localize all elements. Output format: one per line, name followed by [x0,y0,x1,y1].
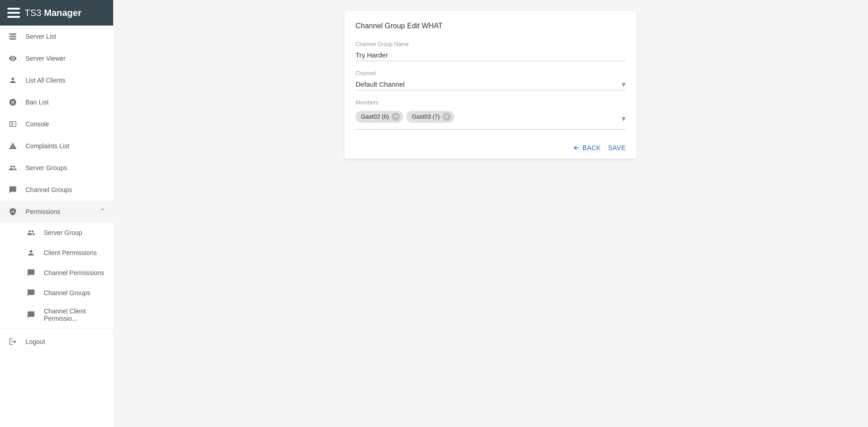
sidebar-item-label: List All Clients [26,77,106,84]
sidebar-item-label: Logout [26,338,106,345]
card-title: Channel Group Edit WHAT [356,22,626,30]
sidebar: TS3 Manager Server List Server Viewer Li… [0,0,113,427]
channel-group-name-field: Channel Group Name [356,41,626,61]
person-icon [26,247,37,258]
channel-label: Channel [356,70,626,77]
app-logo-icon [7,8,20,18]
chevron-down-icon: ▾ [622,114,626,124]
back-button[interactable]: BACK [573,144,601,151]
sidebar-item-ban-list[interactable]: Ban List [0,91,113,113]
channel-select-wrapper: Default Channel ▾ [356,78,626,90]
main-content: Channel Group Edit WHAT Channel Group Na… [113,0,868,427]
sidebar-item-label: Complaints List [26,142,106,150]
sidebar-header: TS3 Manager [0,0,113,26]
members-area[interactable]: Gast02 (6) ✕ Gast03 (7) ✕ ▾ [356,108,626,130]
person-icon [7,75,18,86]
card-actions: BACK SAVE [356,141,626,151]
console-icon [7,119,18,130]
channel-select[interactable]: Default Channel [356,78,626,90]
sidebar-subitem-label: Server Group [44,229,82,236]
member-chip-remove-gast02[interactable]: ✕ [392,113,400,121]
sidebar-item-label: Ban List [26,99,106,106]
back-arrow-icon [573,144,580,151]
group-icon [26,227,37,238]
save-button[interactable]: SAVE [608,144,626,151]
sidebar-item-console[interactable]: Console [0,113,113,135]
sidebar-subitem-server-group[interactable]: Server Group [0,223,113,243]
group-icon [7,162,18,173]
sidebar-item-complaints-list[interactable]: Complaints List [0,135,113,157]
svg-rect-1 [10,36,16,37]
chevron-up-icon: ⌃ [99,207,106,217]
sidebar-item-channel-groups[interactable]: Channel Groups [0,179,113,201]
sidebar-subitem-label: Channel Client Permissio... [44,307,106,322]
warning-icon [7,141,18,151]
sidebar-subitem-channel-client-permissions[interactable]: Channel Client Permissio... [0,303,113,327]
member-chip-label: Gast02 (6) [361,113,389,120]
member-chip-gast02: Gast02 (6) ✕ [356,111,403,123]
svg-rect-0 [10,33,16,35]
chat-icon [7,184,18,195]
section-icon [7,206,18,217]
sidebar-subitem-channel-permissions[interactable]: Channel Permissions [0,263,113,283]
channel-group-name-input[interactable] [356,49,626,61]
sidebar-item-server-viewer[interactable]: Server Viewer [0,47,113,69]
members-label: Members [356,99,626,106]
chat-icon [26,267,37,278]
ban-icon [7,97,18,108]
sidebar-subitem-label: Channel Groups [44,289,90,297]
eye-icon [7,53,18,64]
member-chip-gast03: Gast03 (7) ✕ [406,111,454,123]
chat-icon [26,309,37,320]
edit-card: Channel Group Edit WHAT Channel Group Na… [345,11,637,159]
sidebar-item-label: Server Groups [26,164,106,172]
sidebar-subitem-label: Channel Permissions [44,269,104,276]
app-title: TS3 Manager [25,8,82,18]
sidebar-subitem-label: Client Permissions [44,249,97,256]
sidebar-item-label: Console [26,120,106,128]
sidebar-subitem-client-permissions[interactable]: Client Permissions [0,243,113,263]
logout-icon [7,336,18,347]
svg-rect-2 [10,38,16,40]
sidebar-item-list-all-clients[interactable]: List All Clients [0,69,113,91]
chat-icon [26,287,37,298]
channel-field: Channel Default Channel ▾ [356,70,626,90]
server-icon [7,31,18,42]
sidebar-subitem-channel-groups[interactable]: Channel Groups [0,283,113,303]
sidebar-item-label: Channel Groups [26,186,106,193]
sidebar-item-label: Server Viewer [26,55,106,62]
sidebar-item-server-list[interactable]: Server List [0,26,113,47]
sidebar-item-logout[interactable]: Logout [0,331,113,353]
member-chip-remove-gast03[interactable]: ✕ [443,113,451,121]
members-field: Members Gast02 (6) ✕ Gast03 (7) ✕ ▾ [356,99,626,130]
sidebar-item-label: Permissions [26,208,99,215]
sidebar-item-server-groups[interactable]: Server Groups [0,157,113,179]
sidebar-item-permissions[interactable]: Permissions ⌃ [0,201,113,223]
channel-group-name-label: Channel Group Name [356,41,626,47]
member-chip-label: Gast03 (7) [412,113,439,120]
sidebar-item-label: Server List [26,33,106,40]
